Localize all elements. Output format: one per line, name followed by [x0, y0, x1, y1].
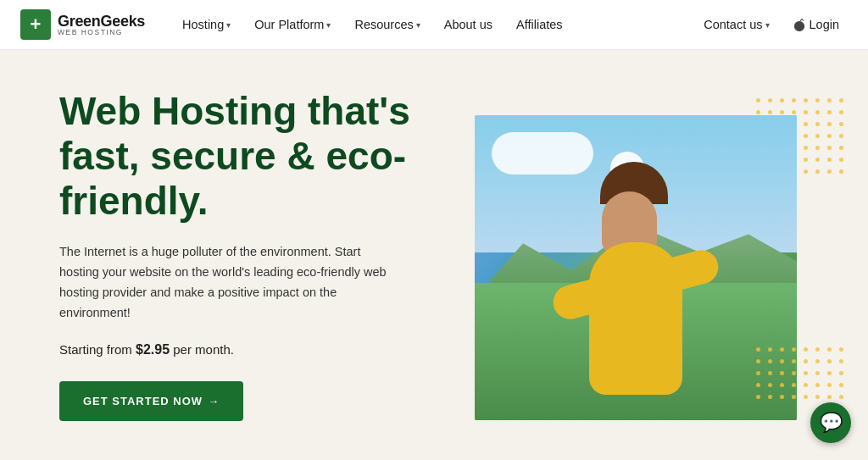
header: + GreenGeeks WEB HOSTING Hosting ▾ Our P… — [0, 0, 868, 50]
contact-us-button[interactable]: Contact us ▾ — [692, 0, 781, 50]
chevron-down-icon: ▾ — [226, 20, 231, 30]
chevron-down-icon: ▾ — [416, 20, 420, 30]
nav-item-hosting[interactable]: Hosting ▾ — [170, 0, 242, 50]
cloud-shape — [492, 132, 593, 175]
hero-pricing: Starting from $2.95 per month. — [59, 342, 475, 357]
logo-sub: WEB HOSTING — [58, 29, 145, 36]
dots-decoration-bottom: (function(){ const container = document.… — [756, 347, 848, 403]
login-button[interactable]: ●̂ Login — [785, 0, 848, 50]
nav-item-resources[interactable]: Resources ▾ — [342, 0, 431, 50]
logo[interactable]: + GreenGeeks WEB HOSTING — [20, 9, 145, 40]
nav-item-about-us[interactable]: About us — [432, 0, 504, 50]
hero-headline: Web Hosting that's fast, secure & eco-fr… — [59, 89, 475, 224]
hero-section: Web Hosting that's fast, secure & eco-fr… — [0, 50, 868, 460]
logo-text: GreenGeeks WEB HOSTING — [58, 14, 145, 36]
hero-image-container: (function(){ const container = document.… — [475, 98, 839, 412]
get-started-button[interactable]: GET STARTED NOW→ — [59, 381, 243, 421]
hero-image-area: (function(){ const container = document.… — [475, 50, 839, 460]
nav-item-our-platform[interactable]: Our Platform ▾ — [242, 0, 342, 50]
hero-content: Web Hosting that's fast, secure & eco-fr… — [59, 89, 475, 420]
person-figure — [576, 183, 695, 420]
hero-description: The Internet is a huge polluter of the e… — [59, 242, 390, 324]
hero-photo — [475, 115, 797, 420]
logo-icon: + — [20, 9, 51, 40]
chevron-down-icon: ▾ — [765, 20, 770, 30]
nav-item-affiliates[interactable]: Affiliates — [504, 0, 575, 50]
nav-right: Contact us ▾ ●̂ Login — [692, 0, 848, 50]
user-icon: ●̂ — [793, 17, 805, 33]
chat-icon: 💬 — [820, 412, 843, 434]
chevron-down-icon: ▾ — [326, 20, 331, 30]
logo-brand: GreenGeeks — [58, 14, 145, 29]
main-nav: Hosting ▾ Our Platform ▾ Resources ▾ Abo… — [170, 0, 692, 50]
chat-bubble-button[interactable]: 💬 — [810, 402, 851, 443]
